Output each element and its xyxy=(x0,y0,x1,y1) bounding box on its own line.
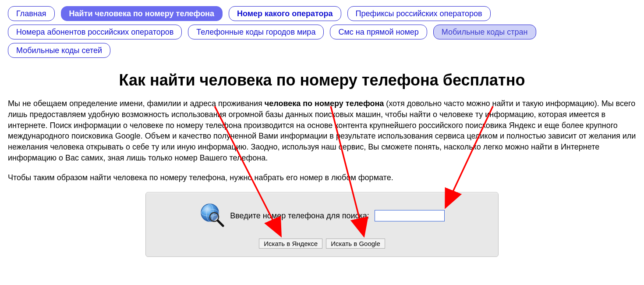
nav-item-2[interactable]: Номер какого оператора xyxy=(229,6,341,21)
nav-item-5[interactable]: Телефонные коды городов мира xyxy=(188,25,324,39)
content: Мы не обещаем определение имени, фамилии… xyxy=(8,98,636,183)
globe-search-icon xyxy=(199,202,225,230)
nav-item-6[interactable]: Смс на прямой номер xyxy=(330,25,427,39)
nav-item-3[interactable]: Префиксы российских операторов xyxy=(347,6,491,21)
search-google-button[interactable]: Искать в Google xyxy=(326,239,385,249)
phone-input[interactable] xyxy=(375,210,445,221)
nav-item-0[interactable]: Главная xyxy=(8,6,55,21)
search-box: Введите номер телефона для поиска: Искат… xyxy=(145,192,499,257)
search-section: Введите номер телефона для поиска: Искат… xyxy=(8,192,636,257)
nav-item-8[interactable]: Мобильные коды сетей xyxy=(8,43,110,58)
nav-item-7[interactable]: Мобильные коды стран xyxy=(433,25,536,39)
search-yandex-button[interactable]: Искать в Яндексе xyxy=(259,239,322,249)
svg-line-4 xyxy=(218,221,223,226)
search-label: Введите номер телефона для поиска: xyxy=(230,211,369,221)
search-buttons: Искать в Яндексе Искать в Google xyxy=(160,239,484,249)
intro-text-before: Мы не обещаем определение имени, фамилии… xyxy=(8,99,265,108)
search-row: Введите номер телефона для поиска: xyxy=(160,202,484,230)
instruction-paragraph: Чтобы таким образом найти человека по но… xyxy=(8,172,636,183)
page-title: Как найти человека по номеру телефона бе… xyxy=(8,71,636,89)
intro-text-after: (хотя довольно часто можно найти и такую… xyxy=(8,99,636,162)
intro-strong: человека по номеру телефона xyxy=(265,99,384,108)
page: ГлавнаяНайти человека по номеру телефона… xyxy=(0,0,644,266)
nav-item-4[interactable]: Номера абонентов российских операторов xyxy=(8,25,182,39)
nav-item-1[interactable]: Найти человека по номеру телефона xyxy=(61,6,223,21)
intro-paragraph: Мы не обещаем определение имени, фамилии… xyxy=(8,98,636,164)
top-nav: ГлавнаяНайти человека по номеру телефона… xyxy=(8,6,636,58)
